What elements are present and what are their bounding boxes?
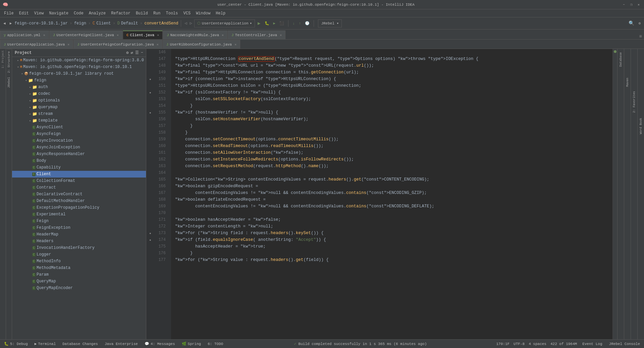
menu-code[interactable]: Code <box>71 10 86 16</box>
db-changes-status[interactable]: Database Changes <box>61 341 99 347</box>
tab-close-yml[interactable]: ✕ <box>43 33 45 37</box>
project-sync-icon[interactable]: ⇄ <box>131 50 133 55</box>
tree-item-querymap[interactable]: CQueryMap <box>12 278 146 285</box>
project-collapse-icon[interactable]: – <box>141 50 143 55</box>
tree-item-maven--io-github-openfeign-feign-core-10-10-1[interactable]: ▾MMaven: io.github.openfeign:feign-core:… <box>12 64 146 70</box>
tab-client-java[interactable]: C Client.java ✕ <box>123 30 163 39</box>
git-history-button[interactable]: 🕐 <box>304 19 311 27</box>
encoding-label[interactable]: UTF-8 <box>514 342 525 346</box>
jrebel-tab[interactable]: JRebel <box>7 75 11 90</box>
menu-edit[interactable]: Edit <box>16 10 32 16</box>
tab-close-ufc[interactable]: ✕ <box>117 33 119 37</box>
maximize-button[interactable]: ❐ <box>629 2 634 7</box>
breadcrumb-method[interactable]: convertAndSend <box>145 21 178 26</box>
tab-close-ucfc[interactable]: ✕ <box>157 43 159 47</box>
tab-close-nwr[interactable]: ✕ <box>222 33 224 37</box>
tree-item-headers[interactable]: CHeaders <box>12 238 146 245</box>
tab-close-client[interactable]: ✕ <box>157 33 159 37</box>
menu-refactor[interactable]: Refactor <box>108 10 133 16</box>
structure-icon[interactable]: 1: Project <box>1 50 5 68</box>
breadcrumb-default[interactable]: Default <box>121 21 138 26</box>
database-tab[interactable]: Database <box>619 50 623 69</box>
tree-item-invocationhandlerfactory[interactable]: CInvocationHandlerFactory <box>12 245 146 251</box>
menu-tools[interactable]: Tools <box>163 10 181 16</box>
tab-usercenterfeignconfig[interactable]: J UserCenterFeignConfiguration.java ✕ <box>73 40 162 49</box>
tree-item-asyncjoinexception[interactable]: CAsyncJoinException <box>12 144 146 151</box>
tree-item-stream[interactable]: ▸📁stream <box>12 111 146 117</box>
messages-status[interactable]: 💬 4: Messages <box>143 341 176 347</box>
menu-help[interactable]: Help <box>213 10 228 16</box>
tree-item-querymap[interactable]: ▸📁querymap <box>12 104 146 111</box>
tree-item-feign[interactable]: ▾📁feign <box>12 77 146 84</box>
tree-item-auth[interactable]: ▸📁auth <box>12 84 146 90</box>
tree-item-logger[interactable]: CLogger <box>12 251 146 258</box>
todo-status[interactable]: 6: TODO <box>206 341 224 347</box>
menu-window[interactable]: Window <box>193 10 213 16</box>
close-button[interactable]: ✕ <box>636 2 641 7</box>
minimize-button[interactable]: – <box>621 2 627 7</box>
debug-button[interactable]: 🐛 <box>263 19 271 27</box>
git-push-button[interactable]: ↑ <box>298 19 303 27</box>
run-config-dropdown[interactable]: ⬡ UserCenterApplication ▾ <box>194 19 255 27</box>
tree-item-asyncinvocation[interactable]: CAsyncInvocation <box>12 137 146 144</box>
spring-status[interactable]: 🌿 Spring <box>180 341 203 347</box>
tree-item-asyncclient[interactable]: CAsyncClient <box>12 124 146 131</box>
tab-testcontroller[interactable]: J TestController.java ✕ <box>228 30 285 39</box>
tree-item-asyncfeign[interactable]: CAsyncFeign <box>12 131 146 137</box>
tab-close-uca[interactable]: ✕ <box>67 43 69 47</box>
tree-item-capability[interactable]: CCapability <box>12 164 146 171</box>
menu-run[interactable]: Run <box>151 10 163 16</box>
back-button[interactable]: ◀ <box>2 19 7 27</box>
tab-usercenterfeignclient[interactable]: J UserCenterFeignClient.java ✕ <box>49 30 122 39</box>
java-enterprise-status[interactable]: Java Enterprise <box>103 341 139 347</box>
tab-application-yml[interactable]: y application.yml ✕ <box>0 30 49 39</box>
forward-button[interactable]: ▶ <box>8 19 13 27</box>
tab-overflow-button[interactable]: ≡ <box>637 34 644 39</box>
tree-item-maven--io-github-openfeign-feign-form-spring-3-8-0[interactable]: ▸MMaven: io.github.openfeign:feign-form-… <box>12 57 146 64</box>
tree-item-body[interactable]: CBody <box>12 157 146 164</box>
tree-item-template[interactable]: ▸📁template <box>12 117 146 124</box>
favorites-tab[interactable]: 2: Favorites <box>632 89 637 115</box>
tree-item-feign-core-10-10-1-jar-library-root[interactable]: ▾📦feign-core-10.10.1.jar library root <box>12 70 146 77</box>
tree-item-collectionformat[interactable]: CCollectionFormat <box>12 178 146 184</box>
search-everywhere-button[interactable]: 🔍 <box>627 19 636 27</box>
menu-build[interactable]: Build <box>133 10 151 16</box>
breadcrumb-feign[interactable]: feign <box>74 21 86 26</box>
project-gear-icon[interactable]: ⚙ <box>126 50 128 55</box>
breadcrumb-client[interactable]: Client <box>96 21 111 26</box>
stop-button[interactable]: ⬛ <box>278 19 285 27</box>
git-update-button[interactable]: ↓ <box>291 19 296 27</box>
tree-item-codec[interactable]: ▸📁codec <box>12 90 146 97</box>
jrebel-console-status[interactable]: JRebel Console <box>608 341 641 347</box>
nav-right-icon[interactable]: ▷ <box>190 21 192 26</box>
tab-userribbonconfig[interactable]: J UserRibbonConfiguration.java ✕ <box>163 40 240 49</box>
terminal-status[interactable]: ▶ Terminal <box>33 341 57 347</box>
menu-analyze[interactable]: Analyze <box>86 10 108 16</box>
run-button[interactable]: ▶ <box>256 19 262 27</box>
structure-tab[interactable]: 2: Structure <box>7 49 11 75</box>
tree-item-methodmetadata[interactable]: CMethodMetadata <box>12 265 146 271</box>
tree-item-methodinfo[interactable]: CMethodInfo <box>12 258 146 265</box>
code-content[interactable]: ◆◆◆◆◆ 1461471481491501511521531541551561… <box>146 49 612 339</box>
tab-usercenterapplication[interactable]: J UserCenterApplication.java ✕ <box>0 40 73 49</box>
word-book-tab[interactable]: Word Book <box>639 116 643 136</box>
nav-left-icon[interactable]: ◁ <box>184 21 187 26</box>
tree-item-exceptionpropagationpolicy[interactable]: CExceptionPropagationPolicy <box>12 204 146 211</box>
project-settings-icon[interactable]: ☰ <box>135 50 139 55</box>
tab-close-tc[interactable]: ✕ <box>280 33 282 37</box>
tree-item-declarativecontract[interactable]: CDeclarativeContract <box>12 191 146 198</box>
menu-navigate[interactable]: Navigate <box>46 10 71 16</box>
jrebel-dropdown[interactable]: JRebel ▾ <box>318 19 342 27</box>
menu-file[interactable]: File <box>1 10 16 16</box>
tree-item-feign[interactable]: CFeign <box>12 218 146 224</box>
menu-vcs[interactable]: VCS <box>181 10 194 16</box>
settings-button[interactable]: ⚙ <box>637 19 642 27</box>
tree-item-headermap[interactable]: CHeaderMap <box>12 231 146 238</box>
breadcrumb-jar[interactable]: feign-core-10.10.1.jar <box>14 21 67 26</box>
menu-view[interactable]: View <box>32 10 47 16</box>
tree-item-optionals[interactable]: ▸📁optionals <box>12 97 146 104</box>
maven-tab[interactable]: Maven <box>625 76 630 89</box>
debug-status[interactable]: 🐛 5: Debug <box>3 341 29 347</box>
event-log-status[interactable]: Event Log <box>581 341 603 347</box>
tree-item-experimental[interactable]: CExperimental <box>12 211 146 218</box>
